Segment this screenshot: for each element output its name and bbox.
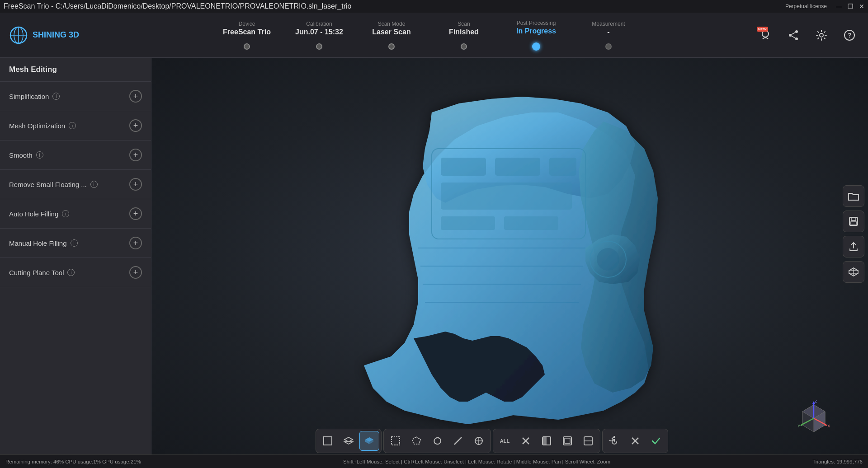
mesh-optimization-label: Mesh Optimization: [9, 122, 65, 130]
open-folder-button[interactable]: [843, 185, 864, 207]
step-dot-scan-mode: [388, 43, 395, 50]
manual-hole-filling-info-icon[interactable]: i: [71, 239, 78, 247]
header: SHINING 3D Device FreeScan Trio Calibrat…: [0, 13, 868, 58]
svg-line-8: [792, 32, 796, 34]
cutting-plane-tool-expand-button[interactable]: +: [129, 266, 142, 279]
step-calibration[interactable]: Calibration Jun.07 - 15:32: [283, 21, 355, 50]
step-scan[interactable]: Scan Finished: [428, 21, 500, 50]
export-button[interactable]: [843, 236, 864, 257]
remove-small-floating-label: Remove Small Floating ...: [9, 181, 87, 188]
svg-rect-18: [495, 158, 540, 176]
wireframe-button[interactable]: [318, 431, 338, 451]
svg-rect-67: [565, 438, 570, 444]
svg-marker-51: [344, 437, 353, 442]
line-draw-button[interactable]: [448, 431, 468, 451]
cancel-action-button[interactable]: [625, 431, 645, 451]
sidebar-item-mesh-optimization[interactable]: Mesh Optimization i +: [0, 111, 151, 140]
save-button[interactable]: [843, 211, 864, 232]
titlebar: FreeScan Trio - C:/Users/LucaDiDomenico/…: [0, 0, 868, 13]
svg-point-10: [820, 33, 823, 37]
svg-line-58: [454, 437, 462, 445]
solid-view-button[interactable]: [359, 431, 379, 451]
minimize-button[interactable]: —: [836, 3, 842, 10]
step-dot-device: [244, 43, 250, 50]
nav-steps: Device FreeScan Trio Calibration Jun.07 …: [99, 20, 756, 51]
svg-point-7: [795, 37, 798, 40]
sidebar-item-cutting-plane-tool[interactable]: Cutting Plane Tool i +: [0, 258, 151, 287]
lasso-select-button[interactable]: [427, 431, 447, 451]
crop-button[interactable]: [557, 431, 577, 451]
svg-marker-52: [344, 442, 353, 444]
sidebar-item-remove-small-floating[interactable]: Remove Small Floating ... i +: [0, 170, 151, 199]
svg-point-6: [789, 34, 792, 37]
step-device[interactable]: Device FreeScan Trio: [211, 21, 283, 50]
svg-rect-17: [441, 158, 486, 176]
remove-small-floating-expand-button[interactable]: +: [129, 178, 142, 191]
svg-point-5: [795, 30, 798, 33]
rect-select-button[interactable]: [386, 431, 406, 451]
smooth-info-icon[interactable]: i: [36, 151, 43, 159]
svg-text:Y: Y: [797, 424, 800, 428]
svg-point-30: [597, 248, 619, 271]
logo-icon: [9, 26, 28, 45]
step-dot-measurement: [605, 43, 612, 50]
manual-hole-filling-label: Manual Hole Filling: [9, 239, 67, 247]
viewport[interactable]: [151, 58, 868, 454]
statusbar: Remaining memory: 46% CPU usage:1% GPU u…: [0, 454, 868, 468]
right-toolbar: [843, 185, 864, 283]
toolbar-group-view: [316, 429, 382, 453]
auto-hole-filling-info-icon[interactable]: i: [62, 210, 69, 217]
auto-hole-filling-expand-button[interactable]: +: [129, 207, 142, 220]
select-all-button[interactable]: ALL: [495, 431, 515, 451]
help-button[interactable]: ?: [840, 26, 859, 45]
sidebar-title: Mesh Editing: [0, 58, 151, 82]
toolbar-group-edit: ALL: [493, 429, 600, 453]
logo-area: SHINING 3D: [0, 26, 99, 45]
simplification-label: Simplification: [9, 93, 49, 100]
layer-button[interactable]: [339, 431, 359, 451]
cutting-plane-tool-label: Cutting Plane Tool: [9, 269, 64, 276]
close-button[interactable]: ✕: [859, 3, 864, 10]
simplification-info-icon[interactable]: i: [52, 93, 60, 100]
maximize-button[interactable]: ❐: [848, 3, 854, 10]
svg-rect-20: [441, 183, 572, 210]
sidebar-item-simplification[interactable]: Simplification i +: [0, 82, 151, 111]
step-dot-post-processing: [532, 42, 540, 51]
svg-rect-56: [392, 437, 400, 445]
sidebar-item-smooth[interactable]: Smooth i +: [0, 140, 151, 170]
logo-text: SHINING 3D: [33, 30, 79, 40]
step-dot-scan: [461, 43, 467, 50]
undo-button[interactable]: [604, 431, 624, 451]
svg-point-4: [762, 31, 769, 37]
axes-widget: Z X Y: [796, 400, 832, 436]
svg-rect-50: [324, 437, 332, 445]
3d-view-button[interactable]: [843, 261, 864, 283]
poly-select-button[interactable]: [406, 431, 426, 451]
sidebar: Mesh Editing Simplification i + Mesh Opt…: [0, 58, 151, 468]
auto-hole-filling-label: Auto Hole Filling: [9, 210, 58, 218]
mesh-optimization-expand-button[interactable]: +: [129, 119, 142, 132]
step-measurement[interactable]: Measurement -: [572, 21, 645, 50]
step-scan-mode[interactable]: Scan Mode Laser Scan: [355, 21, 428, 50]
cutting-plane-tool-info-icon[interactable]: i: [67, 269, 75, 276]
simplification-expand-button[interactable]: +: [129, 90, 142, 103]
step-dot-calibration: [316, 43, 322, 50]
svg-rect-32: [851, 217, 856, 220]
remove-small-floating-info-icon[interactable]: i: [90, 181, 98, 188]
smooth-expand-button[interactable]: +: [129, 149, 142, 161]
new-feature-button[interactable]: NEW: [756, 26, 775, 45]
smooth-label: Smooth: [9, 151, 33, 159]
settings-button[interactable]: [812, 26, 831, 45]
share-button[interactable]: [784, 26, 803, 45]
more-options-button[interactable]: [578, 431, 598, 451]
confirm-action-button[interactable]: [646, 431, 666, 451]
mesh-optimization-info-icon[interactable]: i: [69, 122, 76, 129]
invert-selection-button[interactable]: [537, 431, 557, 451]
step-post-processing[interactable]: Post Processing In Progress: [500, 20, 572, 51]
paint-brush-button[interactable]: [469, 431, 489, 451]
sidebar-item-auto-hole-filling[interactable]: Auto Hole Filling i +: [0, 199, 151, 229]
delete-selection-button[interactable]: [516, 431, 536, 451]
manual-hole-filling-expand-button[interactable]: +: [129, 237, 142, 249]
sidebar-item-manual-hole-filling[interactable]: Manual Hole Filling i +: [0, 229, 151, 258]
mouse-hint: Shift+Left Mouse: Select | Ctrl+Left Mou…: [343, 459, 610, 464]
